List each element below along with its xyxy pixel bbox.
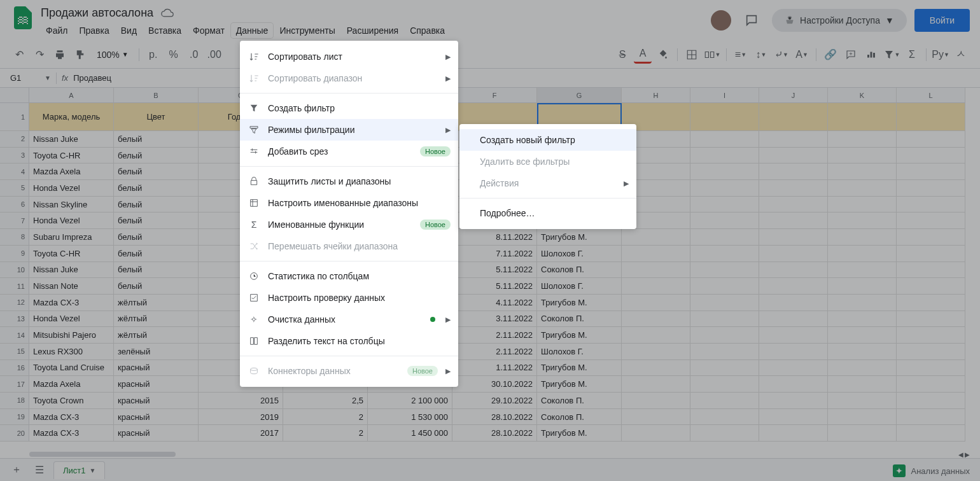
submenu-delete-all: Удалить все фильтры <box>459 151 636 172</box>
menu-protect[interactable]: Защитить листы и диапазоны <box>240 171 458 192</box>
menu-sort-sheet[interactable]: Сортировать лист▶ <box>240 46 458 67</box>
menu-data-cleanup[interactable]: ✧Очистка данных▶ <box>240 309 458 330</box>
submenu-create-new-filter[interactable]: Создать новый фильтр <box>459 129 636 151</box>
submenu-learn-more[interactable]: Подробнее… <box>459 202 636 224</box>
menu-data-validation[interactable]: Настроить проверку данных <box>240 287 458 309</box>
menu-connectors: Коннекторы данныхНовое▶ <box>240 360 458 382</box>
menu-column-stats[interactable]: Статистика по столбцам <box>240 265 458 287</box>
menu-randomize: Перемешать ячейки диапазона <box>240 235 458 257</box>
modal-overlay <box>0 0 980 481</box>
submenu-actions: Действия▶ <box>459 172 636 194</box>
menu-named-ranges[interactable]: Настроить именованные диапазоны <box>240 192 458 214</box>
menu-split-text[interactable]: Разделить текст на столбцы <box>240 330 458 352</box>
menu-named-functions[interactable]: ΣИменованные функцииНовое <box>240 214 458 235</box>
data-menu: Сортировать лист▶ Сортировать диапазон▶ … <box>240 41 458 387</box>
filter-views-submenu: Создать новый фильтр Удалить все фильтры… <box>459 124 636 229</box>
menu-add-slicer[interactable]: Добавить срезНовое <box>240 141 458 162</box>
menu-sort-range: Сортировать диапазон▶ <box>240 67 458 89</box>
menu-filter-views[interactable]: Режимы фильтрации▶ <box>240 119 458 141</box>
menu-create-filter[interactable]: Создать фильтр <box>240 97 458 119</box>
